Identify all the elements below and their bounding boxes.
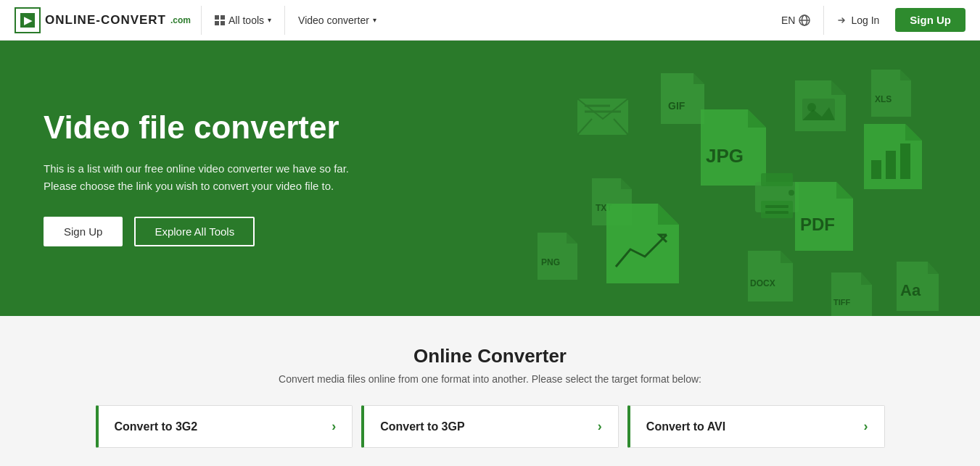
convert-3gp-card[interactable]: Convert to 3GP › (361, 405, 619, 448)
all-tools-button[interactable]: All tools ▾ (205, 9, 281, 32)
convert-3g2-chevron: › (332, 419, 336, 434)
hero-signup-button[interactable]: Sign Up (44, 217, 123, 246)
convert-avi-label: Convert to AVI (646, 420, 725, 433)
video-converter-button[interactable]: Video converter ▾ (288, 9, 387, 32)
hero-buttons: Sign Up Explore All Tools (44, 217, 349, 246)
convert-avi-card[interactable]: Convert to AVI › (627, 405, 885, 448)
hero-description: This is a list with our free online vide… (44, 160, 349, 195)
chart-file-icon (860, 120, 926, 193)
nav-divider-3 (823, 6, 824, 35)
hero-content: Video file converter This is a list with… (44, 110, 349, 246)
navbar: ▶ ONLINE-CONVERT.com All tools ▾ Video c… (0, 0, 980, 41)
svg-text:PNG: PNG (541, 257, 560, 267)
svg-rect-26 (765, 205, 788, 208)
nav-divider-2 (284, 6, 285, 35)
login-button[interactable]: Log In (827, 9, 889, 32)
docx-file-icon: DOCX (744, 247, 796, 305)
logo-icon: ▶ (15, 7, 41, 33)
image-file-icon (791, 77, 849, 135)
converter-title: Online Converter (15, 345, 965, 367)
svg-text:▶: ▶ (24, 14, 33, 26)
svg-rect-20 (886, 151, 896, 179)
svg-point-17 (807, 103, 816, 112)
signup-button[interactable]: Sign Up (895, 8, 965, 32)
svg-text:Aa: Aa (900, 281, 921, 299)
hero-section: Video file converter This is a list with… (0, 41, 980, 316)
xls-file-icon: XLS (868, 66, 915, 120)
logo-text: ONLINE-CONVERT (45, 13, 166, 28)
converter-section: Online Converter Convert media files onl… (0, 316, 980, 462)
svg-rect-25 (761, 201, 793, 218)
svg-text:PDF: PDF (800, 215, 835, 234)
convert-3g2-label: Convert to 3G2 (115, 420, 198, 433)
video-converter-label: Video converter (298, 14, 369, 26)
logo-suffix: .com (170, 15, 191, 25)
globe-icon (799, 14, 810, 26)
svg-rect-21 (900, 143, 910, 179)
svg-text:DOCX: DOCX (750, 278, 775, 288)
svg-text:XLS: XLS (875, 94, 892, 104)
svg-rect-5 (221, 21, 225, 25)
png-file-icon: PNG (534, 229, 581, 283)
convert-3g2-card[interactable]: Convert to 3G2 › (96, 405, 353, 448)
all-tools-label: All tools (228, 14, 264, 26)
svg-text:JPG: JPG (706, 145, 744, 167)
grid-icon (215, 15, 225, 25)
login-label: Log In (851, 14, 879, 26)
convert-3gp-chevron: › (598, 419, 602, 434)
hero-icons-area: GIF JPG XLS (530, 62, 936, 294)
hero-explore-button[interactable]: Explore All Tools (134, 217, 255, 246)
convert-3gp-label: Convert to 3GP (380, 420, 464, 433)
svg-rect-27 (765, 211, 788, 214)
nav-divider-1 (201, 6, 202, 35)
signup-label: Sign Up (910, 14, 951, 26)
convert-avi-chevron: › (864, 419, 868, 434)
svg-rect-4 (215, 21, 219, 25)
login-icon (837, 15, 847, 25)
all-tools-chevron: ▾ (268, 16, 271, 24)
svg-rect-2 (215, 15, 219, 20)
video-converter-chevron: ▾ (373, 16, 376, 24)
language-button[interactable]: EN (771, 9, 820, 32)
hero-title: Video file converter (44, 110, 349, 145)
lang-label: EN (781, 14, 795, 26)
logo[interactable]: ▶ ONLINE-CONVERT.com (15, 7, 191, 33)
email-icon (574, 91, 632, 142)
svg-rect-3 (221, 15, 225, 20)
tiff-file-icon: TIFF (828, 269, 876, 316)
svg-text:GIF: GIF (668, 100, 685, 112)
svg-rect-19 (871, 160, 881, 179)
growth-chart-icon (603, 200, 683, 287)
pdf-file-icon: PDF (791, 178, 857, 254)
svg-rect-24 (761, 173, 793, 186)
converter-cards: Convert to 3G2 › Convert to 3GP › Conver… (91, 405, 889, 448)
converter-subtitle: Convert media files online from one form… (15, 373, 965, 385)
svg-text:TIFF: TIFF (833, 298, 850, 307)
font-file-icon: Aa (893, 258, 942, 315)
